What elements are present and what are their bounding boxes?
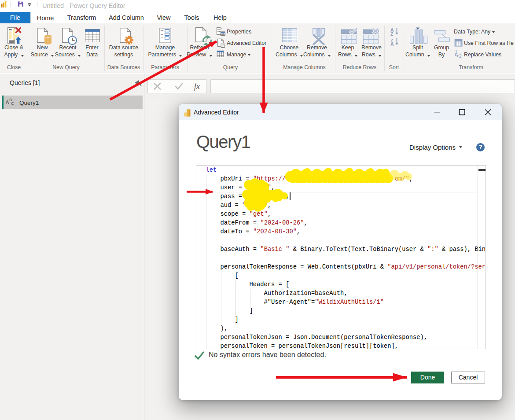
svg-text:A: A	[390, 41, 394, 47]
svg-text:1: 1	[455, 49, 458, 55]
svg-text:fx: fx	[194, 82, 200, 91]
svg-text:2: 2	[459, 53, 462, 59]
svg-text:Z: Z	[390, 31, 394, 37]
